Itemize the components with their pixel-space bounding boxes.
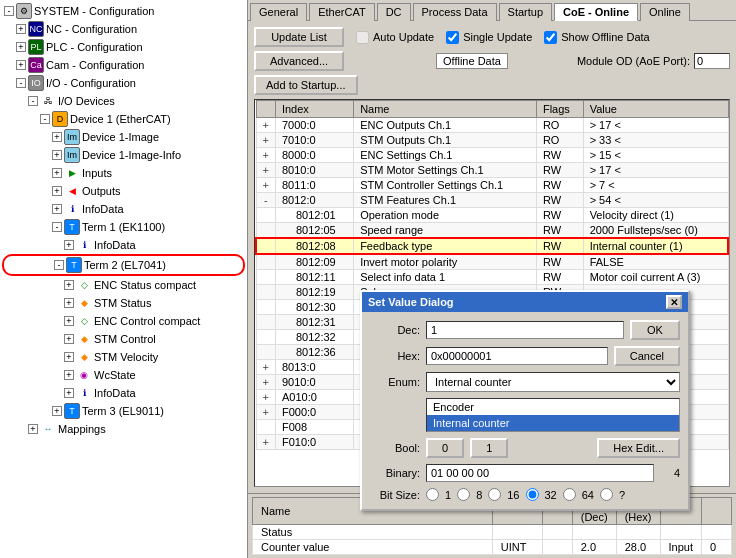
row-expander[interactable]: + xyxy=(256,163,275,178)
tree-item-term2[interactable]: -TTerm 2 (EL7041) xyxy=(2,254,245,276)
tree-expander-io-devices[interactable]: - xyxy=(28,96,38,106)
tree-expander-term1-infodata[interactable]: + xyxy=(64,240,74,250)
tab-online[interactable]: Online xyxy=(640,3,690,21)
tree-item-plc[interactable]: +PLPLC - Configuration xyxy=(2,38,245,56)
row-expander[interactable]: + xyxy=(256,133,275,148)
tree-item-device1-image[interactable]: +ImDevice 1-Image xyxy=(2,128,245,146)
table-row[interactable]: 8012:01Operation modeRWVelocity direct (… xyxy=(256,208,728,223)
cancel-button[interactable]: Cancel xyxy=(614,346,680,366)
table-row[interactable]: +8000:0ENC Settings Ch.1RW> 15 < xyxy=(256,148,728,163)
hex-input[interactable] xyxy=(426,347,608,365)
bit-size-q[interactable] xyxy=(600,488,613,501)
tree-expander-term2[interactable]: - xyxy=(54,260,64,270)
binary-input[interactable] xyxy=(426,464,654,482)
row-expander[interactable]: + xyxy=(256,360,275,375)
tree-expander-nc[interactable]: + xyxy=(16,24,26,34)
tree-item-mappings[interactable]: +↔Mappings xyxy=(2,420,245,438)
table-row[interactable]: 8012:11Select info data 1RWMotor coil cu… xyxy=(256,270,728,285)
row-expander[interactable]: + xyxy=(256,405,275,420)
table-row[interactable]: 8012:05Speed rangeRW2000 Fullsteps/sec (… xyxy=(256,223,728,239)
table-row[interactable]: +7000:0ENC Outputs Ch.1RO> 17 < xyxy=(256,118,728,133)
dec-input[interactable] xyxy=(426,321,624,339)
ok-button[interactable]: OK xyxy=(630,320,680,340)
tree-item-term3[interactable]: +TTerm 3 (EL9011) xyxy=(2,402,245,420)
row-expander[interactable]: + xyxy=(256,118,275,133)
table-row[interactable]: 8012:09Invert motor polarityRWFALSE xyxy=(256,254,728,270)
tree-expander-cam[interactable]: + xyxy=(16,60,26,70)
bit-size-8[interactable] xyxy=(457,488,470,501)
dialog-close-button[interactable]: ✕ xyxy=(666,295,682,309)
tree-expander-term2-stm-control[interactable]: + xyxy=(64,334,74,344)
tree-item-term2-wcstate[interactable]: +◉WcState xyxy=(2,366,245,384)
update-list-button[interactable]: Update List xyxy=(254,27,344,47)
table-row[interactable]: 8012:08Feedback typeRWInternal counter (… xyxy=(256,238,728,254)
tree-expander-device1[interactable]: - xyxy=(40,114,50,124)
tree-item-term2-stm-control[interactable]: +◆STM Control xyxy=(2,330,245,348)
tree-item-device1-image-info[interactable]: +ImDevice 1-Image-Info xyxy=(2,146,245,164)
tree-item-device1[interactable]: -DDevice 1 (EtherCAT) xyxy=(2,110,245,128)
tree-item-term2-enc-status[interactable]: +◇ENC Status compact xyxy=(2,276,245,294)
row-expander[interactable]: + xyxy=(256,375,275,390)
tree-item-infodata[interactable]: +ℹInfoData xyxy=(2,200,245,218)
tree-item-term1-infodata[interactable]: +ℹInfoData xyxy=(2,236,245,254)
bit-size-16[interactable] xyxy=(488,488,501,501)
table-row[interactable]: +8010:0STM Motor Settings Ch.1RW> 17 < xyxy=(256,163,728,178)
auto-update-checkbox[interactable] xyxy=(356,31,369,44)
enum-item-encoder[interactable]: Encoder xyxy=(427,399,679,415)
tree-expander-mappings[interactable]: + xyxy=(28,424,38,434)
row-expander[interactable]: + xyxy=(256,148,275,163)
bool-1-button[interactable]: 1 xyxy=(470,438,508,458)
tree-expander-infodata[interactable]: + xyxy=(52,204,62,214)
module-od-input[interactable] xyxy=(694,53,730,69)
tab-general[interactable]: General xyxy=(250,3,307,21)
tree-item-io-devices[interactable]: -🖧I/O Devices xyxy=(2,92,245,110)
tab-dc[interactable]: DC xyxy=(377,3,411,21)
tree-item-term2-stm-status[interactable]: +◆STM Status xyxy=(2,294,245,312)
tab-coe-online[interactable]: CoE - Online xyxy=(554,3,638,21)
row-expander[interactable]: + xyxy=(256,390,275,405)
tree-expander-term3[interactable]: + xyxy=(52,406,62,416)
show-offline-checkbox[interactable] xyxy=(544,31,557,44)
bool-0-button[interactable]: 0 xyxy=(426,438,464,458)
tab-process-data[interactable]: Process Data xyxy=(413,3,497,21)
tree-expander-term2-enc-control[interactable]: + xyxy=(64,316,74,326)
bit-size-1[interactable] xyxy=(426,488,439,501)
tree-expander-plc[interactable]: + xyxy=(16,42,26,52)
enum-item-internal-counter[interactable]: Internal counter xyxy=(427,415,679,431)
tree-expander-term2-stm-status[interactable]: + xyxy=(64,298,74,308)
tree-item-outputs[interactable]: +◀Outputs xyxy=(2,182,245,200)
tree-expander-system[interactable]: - xyxy=(4,6,14,16)
tree-item-io[interactable]: -IOI/O - Configuration xyxy=(2,74,245,92)
tree-item-nc[interactable]: +NCNC - Configuration xyxy=(2,20,245,38)
tree-expander-device1-image[interactable]: + xyxy=(52,132,62,142)
tree-item-inputs[interactable]: +▶Inputs xyxy=(2,164,245,182)
table-row[interactable]: -8012:0STM Features Ch.1RW> 54 < xyxy=(256,193,728,208)
advanced-button[interactable]: Advanced... xyxy=(254,51,344,71)
tree-expander-device1-image-info[interactable]: + xyxy=(52,150,62,160)
tree-item-cam[interactable]: +CaCam - Configuration xyxy=(2,56,245,74)
row-expander[interactable]: + xyxy=(256,178,275,193)
tree-expander-term2-stm-velocity[interactable]: + xyxy=(64,352,74,362)
tree-item-system[interactable]: -⚙SYSTEM - Configuration xyxy=(2,2,245,20)
table-row[interactable]: +8011:0STM Controller Settings Ch.1RW> 7… xyxy=(256,178,728,193)
row-expander[interactable]: + xyxy=(256,435,275,450)
table-row[interactable]: +7010:0STM Outputs Ch.1RO> 33 < xyxy=(256,133,728,148)
tree-item-term2-infodata[interactable]: +ℹInfoData xyxy=(2,384,245,402)
tree-expander-outputs[interactable]: + xyxy=(52,186,62,196)
bit-size-64[interactable] xyxy=(563,488,576,501)
tree-expander-term1[interactable]: - xyxy=(52,222,62,232)
single-update-checkbox[interactable] xyxy=(446,31,459,44)
tree-item-term2-enc-control[interactable]: +◇ENC Control compact xyxy=(2,312,245,330)
tree-expander-term2-enc-status[interactable]: + xyxy=(64,280,74,290)
hex-edit-button[interactable]: Hex Edit... xyxy=(597,438,680,458)
tree-expander-io[interactable]: - xyxy=(16,78,26,88)
set-value-dialog[interactable]: Set Value Dialog ✕ Dec: OK Hex: Cancel xyxy=(360,290,690,511)
tab-ethercat[interactable]: EtherCAT xyxy=(309,3,374,21)
enum-dropdown[interactable]: Encoder Internal counter xyxy=(426,372,680,392)
tree-item-term2-stm-velocity[interactable]: +◆STM Velocity xyxy=(2,348,245,366)
tree-expander-term2-infodata[interactable]: + xyxy=(64,388,74,398)
row-expander[interactable]: - xyxy=(256,193,275,208)
tree-item-term1[interactable]: -TTerm 1 (EK1100) xyxy=(2,218,245,236)
bit-size-32[interactable] xyxy=(526,488,539,501)
add-to-startup-button[interactable]: Add to Startup... xyxy=(254,75,358,95)
